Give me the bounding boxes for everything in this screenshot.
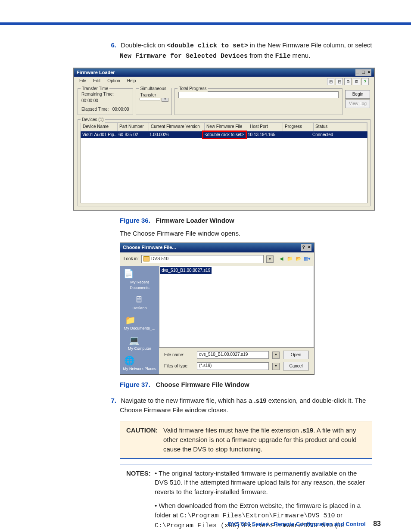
help-icon[interactable]: ? xyxy=(361,78,369,85)
transfer-time-legend: Transfer Time xyxy=(81,86,109,92)
lookin-label: Look in: xyxy=(124,256,139,262)
mydocs-icon: 📁 xyxy=(124,314,137,326)
toolbar-icon-2[interactable]: ⊟ xyxy=(336,78,343,85)
back-icon[interactable]: ◀ xyxy=(278,255,285,262)
notes-path1: C:\Program Files\Extron\Firmware\DVS 510 xyxy=(180,512,335,520)
simultaneous-group: Simultaneous Transfer 1 ▲▼ xyxy=(136,88,172,115)
view-menu-icon[interactable]: ▦▾ xyxy=(304,255,311,262)
up-icon[interactable]: 📁 xyxy=(286,255,293,262)
place-desktop[interactable]: 🖥Desktop xyxy=(132,294,146,311)
remaining-label: Remaining Time: xyxy=(81,92,114,96)
footer-page-number: 83 xyxy=(373,520,381,527)
place-mydocs[interactable]: 📁My Documents_... xyxy=(124,314,156,331)
network-icon: 🌐 xyxy=(123,355,136,366)
cell-status: Connected xyxy=(311,131,367,139)
cell-device-name: Vid01 Aud01 Pip... xyxy=(81,131,117,139)
col-device-name[interactable]: Device Name xyxy=(81,123,118,131)
open-button[interactable]: Open xyxy=(283,351,309,359)
step-6-number: 6. xyxy=(107,40,116,50)
view-log-button[interactable]: View Log xyxy=(345,100,370,108)
footer-title: DVS 510 Series • Remote Configuration an… xyxy=(228,521,366,527)
place-mycomputer[interactable]: 💻My Computer xyxy=(128,335,151,352)
transfer-time-group: Transfer Time Remaining Time: 00:00:00 E… xyxy=(78,88,133,115)
simultaneous-legend: Simultaneous Transfer xyxy=(139,86,171,98)
desktop-icon: 🖥 xyxy=(132,294,145,305)
figure-37-title: Choose Firmware File Window xyxy=(156,381,249,388)
step-7-text-1: Navigate to the new firmware file, which… xyxy=(121,397,254,404)
devices-header-row: Device Name Part Number Current Firmware… xyxy=(81,122,367,131)
win2-title: Choose Firmware File... xyxy=(123,244,176,251)
file-list[interactable]: dvs_510_B1.00.0027.s19 xyxy=(159,266,314,348)
col-status[interactable]: Status xyxy=(314,123,367,131)
toolbar-icon-1[interactable]: ⊞ xyxy=(327,78,334,85)
win1-menubar: File Edit Option Help ⊞ ⊟ 🗎 🗎 ? xyxy=(74,77,374,87)
step-7-number: 7. xyxy=(107,396,116,405)
lookin-combo[interactable]: DVS 510 xyxy=(141,255,264,263)
col-progress[interactable]: Progress xyxy=(283,123,314,131)
caution-ext: .s19 xyxy=(301,426,313,434)
step-6-text-2: in the New Firmware File column, or sele… xyxy=(248,41,372,49)
place-recent[interactable]: 📄My Recent Documents xyxy=(122,268,157,291)
win2-titlebar[interactable]: Choose Firmware File... ? × xyxy=(120,243,314,252)
page-top-border xyxy=(0,0,411,25)
choose-firmware-window: Choose Firmware File... ? × Look in: DVS… xyxy=(120,243,314,375)
toolbar-icon-3[interactable]: 🗎 xyxy=(344,78,352,85)
total-progress-group: Total Progress xyxy=(174,88,342,115)
step-6-code-2: New Firmware for Selected Devices xyxy=(120,53,248,60)
cancel-button[interactable]: Cancel xyxy=(283,362,309,370)
figure-36-label: Figure 36. xyxy=(120,217,150,224)
win2-controls[interactable]: ? × xyxy=(301,244,311,251)
menu-help[interactable]: Help xyxy=(127,78,136,85)
lookin-value: DVS 510 xyxy=(151,256,168,262)
step-6-text-1: Double-click on xyxy=(121,41,167,49)
toolbar-icon-4[interactable]: 🗎 xyxy=(353,78,360,85)
col-part-number[interactable]: Part Number xyxy=(118,123,149,131)
new-folder-icon[interactable]: 📂 xyxy=(295,255,302,262)
filetype-input[interactable]: (*.s19) xyxy=(197,362,269,370)
place-network[interactable]: 🌐My Network Places xyxy=(123,355,156,372)
begin-button[interactable]: Begin xyxy=(345,90,370,99)
caution-box: CAUTION: Valid firmware files must have … xyxy=(120,421,372,458)
place-mycomputer-label: My Computer xyxy=(128,346,151,352)
step-6-code-1: <double click to set> xyxy=(167,42,248,50)
elapsed-label: Elapsed Time: xyxy=(81,107,109,112)
place-network-label: My Network Places xyxy=(123,366,156,372)
win2-toolbar: Look in: DVS 510 ▼ ◀ 📁 📂 ▦▾ xyxy=(120,252,314,266)
devices-group: Devices (1) Device Name Part Number Curr… xyxy=(78,119,371,206)
figure-37-label: Figure 37. xyxy=(120,381,150,388)
device-row-selected[interactable]: Vid01 Aud01 Pip... 60-835-02 1.00.0026 <… xyxy=(81,131,367,139)
total-progress-legend: Total Progress xyxy=(177,86,208,92)
col-new-file[interactable]: New Firmware File xyxy=(205,123,248,131)
mycomputer-icon: 💻 xyxy=(128,335,141,346)
win1-title: Firmware Loader xyxy=(77,69,115,76)
menu-edit[interactable]: Edit xyxy=(93,78,100,85)
col-host-port[interactable]: Host Port xyxy=(248,123,283,131)
cell-new-file[interactable]: <double click to set> xyxy=(203,131,246,139)
page-footer: DVS 510 Series • Remote Configuration an… xyxy=(228,520,381,528)
menu-option[interactable]: Option xyxy=(107,78,120,85)
filename-input[interactable]: dvs_510_B1.00.0027.s19 xyxy=(197,351,269,359)
win1-controls[interactable]: _ □ × xyxy=(355,69,371,76)
devices-legend: Devices (1) xyxy=(81,117,105,123)
place-recent-label: My Recent Documents xyxy=(122,280,157,291)
cell-progress xyxy=(280,131,311,139)
filetype-dropdown[interactable]: ▼ xyxy=(272,363,280,370)
menu-file[interactable]: File xyxy=(79,78,86,85)
cell-current-fw: 1.00.0026 xyxy=(148,131,203,139)
step-6-text-3: from the xyxy=(248,52,275,59)
lookin-dropdown-button[interactable]: ▼ xyxy=(266,255,274,263)
step-7: 7. Navigate to the new firmware file, wh… xyxy=(99,396,372,415)
step-6-text-4: menu. xyxy=(290,52,310,59)
notes-item-1: The original factory-installed firmware … xyxy=(155,469,366,497)
notes-or: or xyxy=(335,511,342,519)
figure-37-caption: Figure 37. Choose Firmware File Window xyxy=(120,380,372,389)
caution-label: CAUTION: xyxy=(126,426,160,454)
filename-dropdown[interactable]: ▼ xyxy=(272,352,280,359)
col-current-fw[interactable]: Current Firmware Version xyxy=(149,123,205,131)
after-fig36-text: The Choose Firmware File window opens. xyxy=(120,229,372,238)
firmware-loader-window: Firmware Loader _ □ × File Edit Option H… xyxy=(73,68,375,211)
place-mydocs-label: My Documents_... xyxy=(124,326,156,331)
selected-file[interactable]: dvs_510_B1.00.0027.s19 xyxy=(160,267,212,274)
win1-titlebar[interactable]: Firmware Loader _ □ × xyxy=(74,68,374,77)
filename-label: File name: xyxy=(164,352,193,358)
